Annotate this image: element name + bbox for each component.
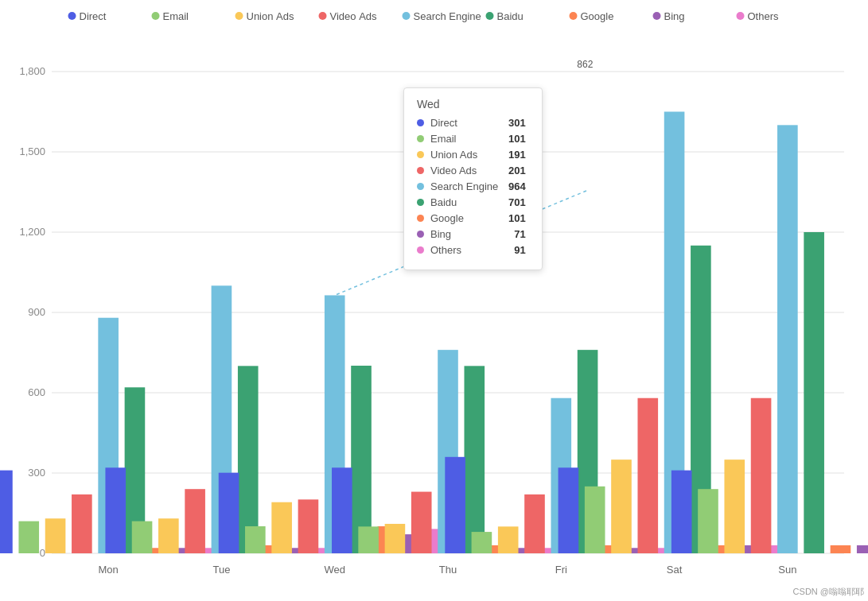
- chart-container: Wed Direct 301 Email 101 Union Ads 191 V…: [0, 0, 868, 601]
